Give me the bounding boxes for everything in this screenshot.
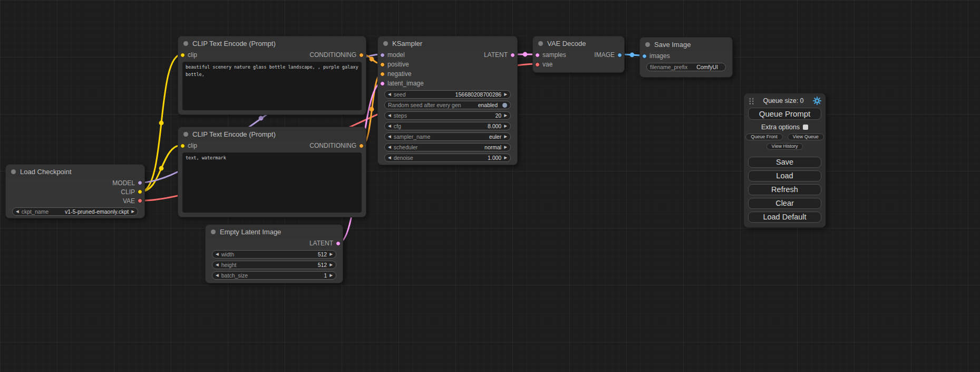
decrement-arrow-icon[interactable]: ◀ [388,145,391,149]
sampler-name-widget[interactable]: ◀ sampler_name euler ▶ [384,132,511,141]
widget-value: v1-5-pruned-emaonly.ckpt [65,208,129,215]
input-port-positive[interactable] [380,62,385,67]
node-ksampler[interactable]: KSampler model LATENT positive negative … [377,36,518,165]
widget-value: 512 [318,262,327,268]
view-history-button[interactable]: View History [766,143,803,150]
prompt-textarea[interactable]: text, watermark [182,152,362,213]
drag-handle-icon[interactable] [748,97,754,104]
input-port-model[interactable] [380,53,385,58]
prompt-textarea[interactable]: beautiful scenery nature glass bottle la… [182,62,362,110]
collapse-dot[interactable] [538,41,543,46]
ckpt-name-widget[interactable]: ◀ ckpt_name v1-5-pruned-emaonly.ckpt ▶ [12,207,138,216]
collapse-dot[interactable] [211,230,216,234]
decrement-arrow-icon[interactable]: ◀ [388,156,391,160]
settings-gear-icon[interactable] [813,97,821,105]
slot-row: LATENT [206,239,343,248]
output-port-model[interactable] [138,180,142,185]
node-load-checkpoint[interactable]: Load Checkpoint MODEL CLIP VAE ◀ ckpt_na… [5,164,145,218]
output-port-latent[interactable] [336,241,341,246]
node-title-bar[interactable]: VAE Decode [533,36,624,50]
input-port-samples[interactable] [535,53,540,58]
queue-prompt-button[interactable]: Queue Prompt [748,108,821,120]
increment-arrow-icon[interactable]: ▶ [504,156,507,160]
increment-arrow-icon[interactable]: ▶ [329,273,333,278]
decrement-arrow-icon[interactable]: ◀ [216,273,219,278]
comfy-canvas[interactable]: { "colors": { "MODEL": "#B39DDB", "CLIP"… [0,0,980,372]
input-label-clip: clip [188,142,197,149]
denoise-widget[interactable]: ◀ denoise 1.000 ▶ [384,154,511,162]
widget-name: cfg [394,123,401,129]
node-save-image[interactable]: Save Image images filename_prefix ComfyU… [639,37,733,78]
collapse-dot[interactable] [183,132,188,137]
output-port-vae[interactable] [138,198,142,203]
widget-name: ckpt_name [22,208,48,215]
filename-prefix-widget[interactable]: filename_prefix ComfyUI [646,63,726,71]
decrement-arrow-icon[interactable]: ◀ [216,263,219,267]
decrement-arrow-icon[interactable]: ◀ [388,124,391,128]
increment-arrow-icon[interactable]: ▶ [504,124,507,128]
input-port-vae[interactable] [535,62,540,67]
node-title-bar[interactable]: Save Image [640,37,732,51]
input-port-clip[interactable] [180,144,185,148]
refresh-button[interactable]: Refresh [748,184,821,195]
collapse-dot[interactable] [383,41,388,46]
load-default-button[interactable]: Load Default [748,212,821,223]
toggle-indicator[interactable] [502,103,507,108]
output-port-latent[interactable] [510,53,515,58]
width-widget[interactable]: ◀ width 512 ▶ [212,250,336,259]
input-port-latent-image[interactable] [380,81,385,86]
output-port-clip[interactable] [138,189,142,194]
node-title-bar[interactable]: CLIP Text Encode (Prompt) [178,36,366,50]
node-vae-decode[interactable]: VAE Decode samples IMAGE vae [532,36,625,73]
node-clip-text-encode-negative[interactable]: CLIP Text Encode (Prompt) clip CONDITION… [178,127,366,217]
input-port-clip[interactable] [180,53,185,58]
view-queue-button[interactable]: View Queue [788,133,824,140]
output-port-conditioning[interactable] [359,53,364,58]
scheduler-widget[interactable]: ◀ scheduler normal ▶ [384,143,511,151]
node-title-bar[interactable]: KSampler [378,36,517,50]
random-seed-toggle-widget[interactable]: Random seed after every gen enabled [384,101,511,109]
collapse-dot[interactable] [11,169,16,174]
widget-value: ComfyUI [696,64,722,70]
increment-arrow-icon[interactable]: ▶ [131,209,134,214]
input-port-negative[interactable] [380,72,385,77]
history-row: View History [748,143,821,150]
node-empty-latent-image[interactable]: Empty Latent Image LATENT ◀ width 512 ▶ … [205,224,343,283]
load-button[interactable]: Load [748,170,821,182]
batch-size-widget[interactable]: ◀ batch_size 1 ▶ [212,271,336,280]
steps-widget[interactable]: ◀ steps 20 ▶ [384,111,511,120]
queue-front-button[interactable]: Queue Front [745,133,783,140]
decrement-arrow-icon[interactable]: ◀ [388,92,391,97]
decrement-arrow-icon[interactable]: ◀ [388,113,391,118]
output-label-image: IMAGE [594,51,615,59]
save-button[interactable]: Save [748,157,821,168]
increment-arrow-icon[interactable]: ▶ [504,145,507,149]
increment-arrow-icon[interactable]: ▶ [504,92,507,97]
input-port-images[interactable] [642,54,647,59]
seed-widget[interactable]: ◀ seed 156680208700286 ▶ [384,90,511,99]
cfg-widget[interactable]: ◀ cfg 8.000 ▶ [384,122,511,130]
increment-arrow-icon[interactable]: ▶ [329,263,333,267]
increment-arrow-icon[interactable]: ▶ [504,135,507,139]
increment-arrow-icon[interactable]: ▶ [329,252,333,256]
output-port-conditioning[interactable] [359,144,364,148]
collapse-dot[interactable] [645,42,650,47]
node-title-bar[interactable]: Load Checkpoint [6,165,144,178]
link-midpoint-dot [159,121,164,126]
input-label-images: images [649,52,670,60]
extra-options-label: Extra options [761,123,800,131]
extra-options-checkbox[interactable] [803,125,808,130]
decrement-arrow-icon[interactable]: ◀ [16,209,19,214]
widget-name: scheduler [394,144,418,150]
output-port-image[interactable] [617,53,622,58]
decrement-arrow-icon[interactable]: ◀ [216,252,219,256]
height-widget[interactable]: ◀ height 512 ▶ [212,261,336,269]
increment-arrow-icon[interactable]: ▶ [504,113,507,118]
collapse-dot[interactable] [183,41,188,46]
clear-button[interactable]: Clear [748,198,821,209]
node-title-bar[interactable]: CLIP Text Encode (Prompt) [178,127,366,141]
output-label-vae: VAE [123,197,135,205]
decrement-arrow-icon[interactable]: ◀ [388,135,391,139]
node-title-bar[interactable]: Empty Latent Image [206,225,343,239]
node-clip-text-encode-positive[interactable]: CLIP Text Encode (Prompt) clip CONDITION… [178,36,366,115]
